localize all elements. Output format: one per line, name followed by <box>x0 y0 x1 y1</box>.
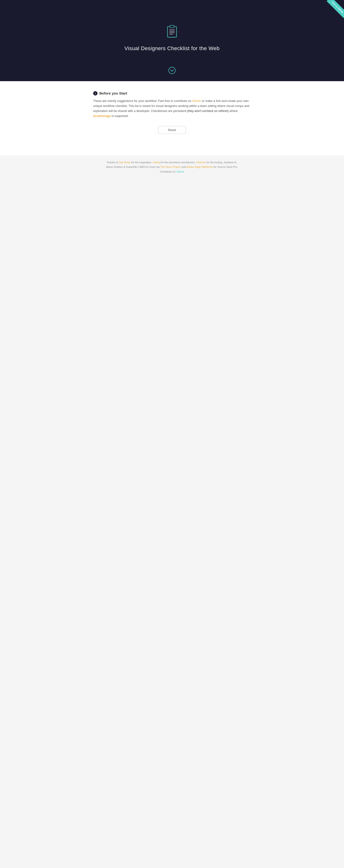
github-ribbon[interactable]: Fork on Github <box>325 0 344 19</box>
intro-body: These are merely suggestions for your wo… <box>93 99 251 119</box>
svg-point-6 <box>169 67 175 74</box>
localstorage-link[interactable]: localstorage <box>93 114 111 118</box>
yeoman-link[interactable]: Yeoman <box>196 161 206 164</box>
hero-title: Visual Designers Checklist for the Web <box>124 44 220 52</box>
intro-heading: i Before you Start <box>93 91 251 96</box>
clipboard-icon <box>165 24 179 40</box>
reset-button[interactable]: Reset <box>158 126 186 134</box>
footer-github-link[interactable]: Github <box>176 170 184 173</box>
edge-webfonts-link[interactable]: Adobe Edge Webfonts <box>187 165 213 168</box>
scroll-down-icon[interactable] <box>168 67 176 76</box>
intro-section: i Before you Start These are merely sugg… <box>93 91 251 119</box>
footer-text: Thanks to Dan Rose for the inspiration, … <box>5 160 339 174</box>
garliq-link[interactable]: Garliq <box>153 161 160 164</box>
info-icon: i <box>93 91 97 95</box>
dan-rose-link[interactable]: Dan Rose <box>119 161 131 164</box>
main-content: i Before you Start These are merely sugg… <box>88 81 256 155</box>
reset-section: Reset <box>93 126 251 134</box>
github-link[interactable]: Github <box>192 99 201 103</box>
hero-section: Fork on Github Visual Designers Checklis… <box>0 0 344 81</box>
noun-project-link[interactable]: The Noun Project <box>160 165 181 168</box>
svg-rect-1 <box>170 25 174 28</box>
svg-rect-0 <box>168 27 176 37</box>
footer: Thanks to Dan Rose for the inspiration, … <box>0 155 344 179</box>
